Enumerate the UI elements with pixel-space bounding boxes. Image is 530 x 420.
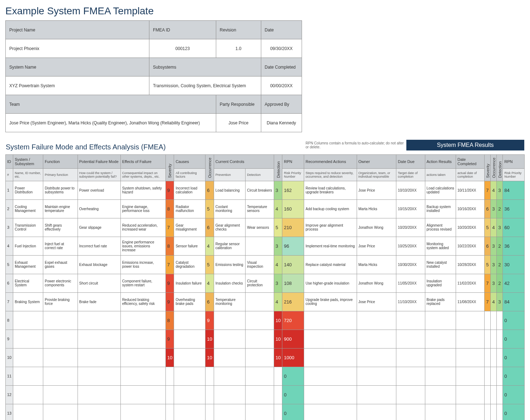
cell-rdet[interactable] [497, 330, 503, 348]
cell-det[interactable]: 10 [274, 330, 282, 348]
cell-rdet[interactable] [497, 367, 503, 385]
cell-rocc[interactable]: 4 [491, 181, 497, 199]
cell-severity[interactable]: 9 [165, 330, 174, 348]
cell-prevention[interactable] [214, 404, 245, 420]
cell-failure[interactable] [78, 385, 120, 404]
cell-function[interactable] [43, 367, 78, 385]
cell-rocc[interactable] [491, 385, 497, 404]
cell-rdet[interactable] [497, 385, 503, 404]
cell-occurrence[interactable] [205, 385, 214, 404]
cell-rdet[interactable]: 3 [497, 292, 503, 311]
cell-function[interactable]: Distribute power to subsystems [43, 181, 78, 199]
cell-action[interactable] [425, 385, 456, 404]
cell-completed[interactable] [456, 348, 484, 367]
cell-rec[interactable] [304, 404, 357, 420]
cell-occurrence[interactable]: 10 [205, 348, 214, 367]
cell-failure[interactable]: Incorrect fuel rate [78, 237, 120, 255]
cell-owner[interactable] [357, 311, 396, 330]
cell-rdet[interactable]: 2 [497, 237, 503, 255]
cell-system[interactable] [13, 311, 43, 330]
cell-system[interactable]: Cooling Management [13, 199, 43, 218]
cell-due[interactable]: 10/30/20XX [396, 255, 425, 274]
cell-owner[interactable]: Marta Hicks [357, 199, 396, 218]
cell-rec[interactable] [304, 348, 357, 367]
cell-occurrence[interactable]: 9 [205, 311, 214, 330]
cell-detection[interactable] [246, 385, 274, 404]
cell-detection[interactable] [246, 237, 274, 255]
cell-prevention[interactable] [214, 367, 245, 385]
cell-rsev[interactable]: 5 [485, 255, 491, 274]
cell-prevention[interactable]: Temperature monitoring [214, 292, 245, 311]
cell-due[interactable] [396, 385, 425, 404]
cell-effects[interactable] [120, 330, 165, 348]
cell-det[interactable]: 4 [274, 199, 282, 218]
cell-rsev[interactable] [485, 330, 491, 348]
cell-prevention[interactable]: Regular sensor calibration [214, 237, 245, 255]
cell-completed[interactable] [456, 330, 484, 348]
cell-rec[interactable]: Review load calculations, upgrade breake… [304, 181, 357, 199]
cell-rocc[interactable]: 4 [491, 292, 497, 311]
cell-rec[interactable]: Add backup cooling system [304, 199, 357, 218]
cell-action[interactable] [425, 367, 456, 385]
value-revision[interactable]: 1.0 [216, 39, 261, 58]
cell-det[interactable]: 4 [274, 255, 282, 274]
cell-detection[interactable]: Circuit breakers [246, 181, 274, 199]
cell-occurrence[interactable] [205, 367, 214, 385]
value-date-completed[interactable]: 00/00/20XX [261, 76, 302, 95]
cell-rocc[interactable]: 3 [491, 274, 497, 292]
cell-occurrence[interactable]: 6 [205, 218, 214, 237]
cell-due[interactable] [396, 404, 425, 420]
cell-action[interactable] [425, 311, 456, 330]
cell-system[interactable] [13, 348, 43, 367]
cell-completed[interactable] [456, 385, 484, 404]
cell-prevention[interactable]: Gear alignment checks [214, 218, 245, 237]
cell-action[interactable]: Backup system installed [425, 199, 456, 218]
cell-owner[interactable]: Marta Hicks [357, 255, 396, 274]
cell-causes[interactable]: Catalyst degradation [174, 255, 205, 274]
cell-effects[interactable]: Engine damage, performance loss [120, 199, 165, 218]
cell-owner[interactable] [357, 330, 396, 348]
cell-failure[interactable]: Overheating [78, 199, 120, 218]
cell-failure[interactable]: Brake fade [78, 292, 120, 311]
cell-det[interactable]: 3 [274, 237, 282, 255]
cell-occurrence[interactable]: 6 [205, 292, 214, 311]
cell-rdet[interactable]: 3 [497, 181, 503, 199]
cell-function[interactable]: Power electronic components [43, 274, 78, 292]
cell-rocc[interactable]: 4 [491, 218, 497, 237]
cell-det[interactable] [274, 404, 282, 420]
cell-owner[interactable]: Jose Price [357, 181, 396, 199]
cell-completed[interactable] [456, 311, 484, 330]
cell-severity[interactable]: 9 [165, 274, 174, 292]
value-party-responsible[interactable]: Jose Price [216, 114, 261, 132]
cell-effects[interactable]: Engine performance issues, emissions inc… [120, 237, 165, 255]
cell-effects[interactable] [120, 311, 165, 330]
cell-causes[interactable]: Radiator malfunction [174, 199, 205, 218]
cell-failure[interactable] [78, 311, 120, 330]
cell-rec[interactable] [304, 367, 357, 385]
cell-causes[interactable]: Overheating brake pads [174, 292, 205, 311]
cell-rsev[interactable] [485, 348, 491, 367]
cell-rdet[interactable] [497, 404, 503, 420]
cell-system[interactable]: Power Distribution [13, 181, 43, 199]
cell-action[interactable]: Brake pads replaced [425, 292, 456, 311]
cell-rec[interactable] [304, 385, 357, 404]
cell-severity[interactable]: 9 [165, 181, 174, 199]
cell-rsev[interactable]: 7 [485, 181, 491, 199]
cell-causes[interactable]: Insulation failure [174, 274, 205, 292]
cell-completed[interactable]: 11/02/20XX [456, 274, 484, 292]
cell-completed[interactable]: 10/16/20XX [456, 199, 484, 218]
cell-due[interactable]: 10/20/20XX [396, 218, 425, 237]
cell-causes[interactable] [174, 385, 205, 404]
cell-system[interactable] [13, 404, 43, 420]
cell-severity[interactable]: 7 [165, 255, 174, 274]
cell-failure[interactable] [78, 404, 120, 420]
cell-effects[interactable] [120, 385, 165, 404]
cell-detection[interactable] [246, 367, 274, 385]
cell-detection[interactable] [246, 311, 274, 330]
cell-completed[interactable]: 10/20/20XX [456, 218, 484, 237]
cell-function[interactable] [43, 348, 78, 367]
cell-rdet[interactable] [497, 348, 503, 367]
cell-effects[interactable]: Reduced acceleration, increased wear [120, 218, 165, 237]
cell-system[interactable] [13, 385, 43, 404]
cell-detection[interactable]: Temperature sensors [246, 199, 274, 218]
